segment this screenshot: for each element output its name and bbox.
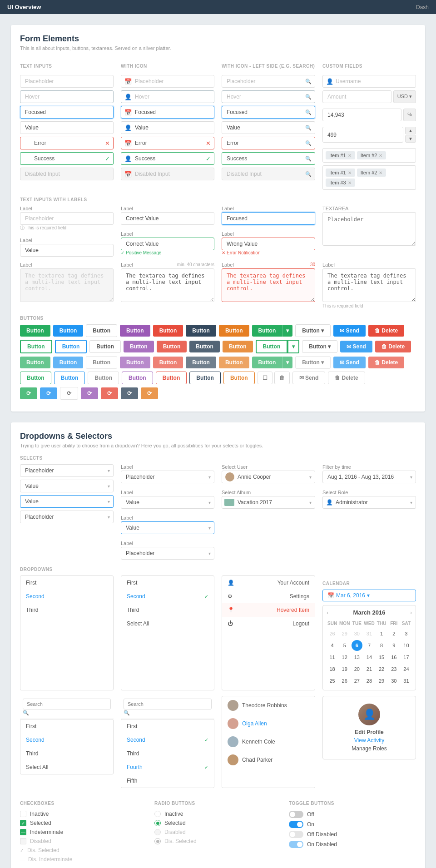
outline-blue-1[interactable]: Button	[55, 340, 87, 353]
dropdown-item-settings[interactable]: ⚙ Settings	[222, 590, 315, 603]
select-value-control[interactable]: Value	[20, 480, 114, 492]
stepper-input[interactable]	[322, 127, 403, 143]
green-button-1[interactable]: Button	[20, 325, 50, 337]
label-input-1[interactable]	[20, 212, 114, 225]
delete-button-1[interactable]: 🗑 Delete	[368, 325, 404, 337]
left-success-input[interactable]	[222, 152, 315, 165]
select-label-placeholder-2-control[interactable]: Placeholder	[121, 547, 214, 560]
textarea-normal[interactable]: The textarea tag defines a multi-line te…	[121, 268, 214, 302]
purple-button-3[interactable]: Button	[120, 357, 150, 368]
user-theodore[interactable]: Theodore Robbins	[222, 696, 315, 714]
dropdown-item-second-2[interactable]: Second ✓	[121, 590, 214, 603]
cal-day-10[interactable]: 10	[401, 640, 411, 651]
loading-dark[interactable]: ⟳	[121, 387, 138, 399]
split-green-3-main[interactable]: Button	[252, 357, 282, 368]
cal-day-6[interactable]: 6	[352, 640, 362, 651]
select-album-control[interactable]: Vacation 2017	[222, 496, 315, 509]
select-role-control[interactable]: Administrator	[322, 496, 416, 509]
ghost-green[interactable]: Button	[20, 372, 51, 384]
orange-button-1[interactable]: Button	[219, 325, 249, 337]
cal-day-24[interactable]: 24	[401, 664, 411, 675]
send-button-2[interactable]: ✉ Send	[340, 341, 372, 352]
cal-day-16[interactable]: 16	[388, 652, 399, 663]
split-outline-arrow[interactable]: ▾	[287, 340, 299, 353]
ghost-purple[interactable]: Button	[122, 372, 153, 384]
red-button-2[interactable]: Button	[157, 341, 187, 352]
delete-ghost[interactable]: 🗑 Delete	[328, 372, 365, 384]
edit-profile-link[interactable]: Edit Profile	[355, 729, 383, 735]
cal-day-28[interactable]: 28	[364, 675, 375, 686]
cal-day-8[interactable]: 8	[376, 640, 387, 651]
left-placeholder-input[interactable]	[222, 75, 315, 88]
radio-inactive[interactable]: Inactive	[154, 809, 282, 818]
number-input[interactable]	[322, 109, 401, 121]
icon-placeholder-input[interactable]	[121, 75, 214, 88]
search-item-first-2[interactable]: First	[121, 719, 214, 733]
ghost-dark[interactable]: Button	[189, 372, 221, 384]
select-placeholder-control[interactable]: Placeholder Value	[20, 464, 114, 477]
view-activity-link[interactable]: View Activity	[354, 737, 384, 744]
blue-button-1[interactable]: Button	[53, 325, 84, 337]
dropdown-item-first-1[interactable]: First	[20, 576, 113, 590]
dropdown-item-third-1[interactable]: Third	[20, 603, 113, 617]
loading-orange[interactable]: ⟳	[141, 387, 158, 399]
checkbox-inactive[interactable]: Inactive	[20, 809, 147, 818]
search-item-first-1[interactable]: First	[20, 719, 113, 733]
select-placeholder-2-control[interactable]: Placeholder	[20, 511, 114, 523]
left-focused-input[interactable]	[222, 106, 315, 119]
cal-day-26a[interactable]: 26	[327, 628, 338, 639]
dark-button-2[interactable]: Button	[189, 341, 220, 352]
green-button-3[interactable]: Button	[20, 357, 50, 368]
stepper-up[interactable]: ▲	[405, 127, 416, 134]
search-input-2[interactable]	[124, 699, 212, 709]
search-item-fourth-2[interactable]: Fourth ✓	[121, 760, 214, 774]
ghost-orange[interactable]: Button	[223, 372, 255, 384]
send-ghost[interactable]: ✉ Send	[292, 372, 326, 384]
cal-day-3[interactable]: 3	[401, 628, 411, 639]
ghost-red[interactable]: Button	[156, 372, 187, 384]
cal-day-15[interactable]: 15	[376, 652, 387, 663]
cal-day-30a[interactable]: 30	[352, 628, 362, 639]
toggle-on-control[interactable]	[289, 821, 303, 828]
default-button-6[interactable]: Button ▾	[295, 356, 331, 369]
cal-day-14[interactable]: 14	[364, 652, 375, 663]
split-green-main[interactable]: Button	[252, 325, 282, 337]
label-input-5[interactable]	[222, 212, 315, 225]
cal-day-18[interactable]: 18	[327, 664, 338, 675]
split-green-arrow[interactable]: ▾	[282, 325, 292, 337]
label-input-6[interactable]	[222, 238, 315, 250]
cal-day-27[interactable]: 27	[352, 675, 362, 686]
loading-blue[interactable]: ⟳	[40, 387, 57, 399]
loading-green[interactable]: ⟳	[20, 387, 37, 399]
purple-button-2[interactable]: Button	[124, 341, 154, 352]
user-kenneth[interactable]: Kenneth Cole	[222, 733, 315, 751]
split-green-3-arrow[interactable]: ▾	[282, 357, 292, 368]
radio-selected[interactable]: Selected	[154, 818, 282, 828]
success-input[interactable]	[20, 152, 114, 165]
focused-input[interactable]	[20, 106, 114, 119]
select-label-value-control[interactable]: Value	[121, 496, 214, 509]
left-hover-input[interactable]	[222, 90, 315, 103]
cal-day-23[interactable]: 23	[388, 664, 399, 675]
amount-input[interactable]	[322, 90, 391, 103]
error-input[interactable]	[20, 137, 114, 149]
label-input-2[interactable]	[20, 244, 114, 257]
dropdown-item-first-2[interactable]: First	[121, 576, 214, 590]
cal-day-31b[interactable]: 31	[401, 675, 411, 686]
placeholder-input[interactable]	[20, 75, 114, 88]
cal-day-29a[interactable]: 29	[339, 628, 350, 639]
search-item-fifth-2[interactable]: Fifth	[121, 774, 214, 788]
dropdown-item-hovered[interactable]: 📍 Hovered Item	[222, 603, 315, 617]
split-outline-main[interactable]: Button	[256, 340, 288, 353]
left-value-input[interactable]	[222, 121, 315, 134]
toggle-off-control[interactable]	[289, 811, 303, 818]
dropdown-item-selectall-2[interactable]: Select All	[121, 617, 214, 630]
calendar-prev[interactable]: ‹	[327, 610, 328, 616]
select-label-focused-control[interactable]: Value	[121, 521, 214, 534]
dark-button-1[interactable]: Button	[186, 325, 216, 337]
search-item-third-1[interactable]: Third	[20, 747, 113, 760]
default-button-2[interactable]: Button ▾	[295, 324, 331, 337]
default-button-4[interactable]: Button ▾	[302, 340, 337, 353]
dropdown-item-logout[interactable]: ⏻ Logout	[222, 617, 315, 630]
icon-success-input[interactable]	[121, 152, 214, 165]
